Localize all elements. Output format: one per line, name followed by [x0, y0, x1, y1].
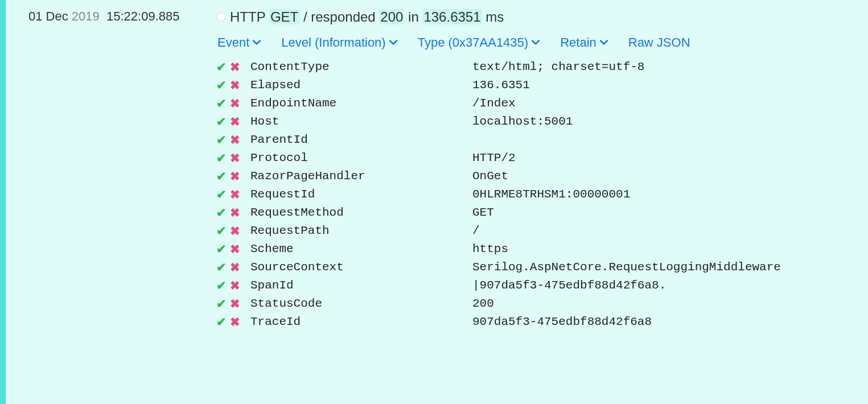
exclude-filter-icon[interactable]: ✖ — [230, 151, 240, 165]
exclude-filter-icon[interactable]: ✖ — [230, 297, 240, 311]
exclude-filter-icon[interactable]: ✖ — [230, 224, 240, 238]
chevron-down-icon — [253, 39, 261, 47]
message-text: HTTP GET / responded 200 in 136.6351 ms — [230, 9, 504, 25]
exclude-filter-icon[interactable]: ✖ — [230, 206, 240, 220]
property-row: ✔✖SourceContextSerilog.AspNetCore.Reques… — [216, 258, 868, 277]
message-elapsed: 136.6351 — [422, 9, 482, 24]
include-filter-icon[interactable]: ✔ — [216, 97, 227, 110]
event-dropdown[interactable]: Event — [217, 35, 261, 50]
property-row: ✔✖TraceId907da5f3-475edbf88d42f6a8 — [216, 313, 868, 331]
property-value: OnGet — [472, 170, 868, 183]
property-name: SpanId — [250, 279, 472, 292]
property-name: RazorPageHandler — [250, 170, 472, 183]
action-row: Event Level (Information) Type (0x37AA14… — [216, 35, 868, 50]
property-filter-marks: ✔✖ — [216, 133, 250, 147]
exclude-filter-icon[interactable]: ✖ — [230, 115, 240, 129]
property-filter-marks: ✔✖ — [216, 206, 250, 220]
retain-dropdown[interactable]: Retain — [560, 35, 608, 50]
property-name: Elapsed — [250, 79, 472, 92]
property-filter-marks: ✔✖ — [216, 242, 250, 256]
timestamp-day: 01 Dec — [28, 9, 68, 23]
property-row: ✔✖ProtocolHTTP/2 — [216, 149, 868, 167]
chevron-down-icon — [532, 39, 540, 47]
include-filter-icon[interactable]: ✔ — [216, 279, 227, 292]
exclude-filter-icon[interactable]: ✖ — [230, 133, 240, 147]
property-filter-marks: ✔✖ — [216, 261, 250, 274]
message-method: GET — [269, 9, 299, 24]
property-value: localhost:5001 — [472, 115, 868, 128]
properties-list: ✔✖ContentTypetext/html; charset=utf-8✔✖E… — [216, 58, 868, 331]
exclude-filter-icon[interactable]: ✖ — [230, 261, 240, 274]
property-name: Scheme — [250, 242, 472, 255]
property-filter-marks: ✔✖ — [216, 188, 250, 201]
exclude-filter-icon[interactable]: ✖ — [230, 279, 240, 292]
include-filter-icon[interactable]: ✔ — [216, 188, 227, 201]
include-filter-icon[interactable]: ✔ — [216, 242, 227, 256]
property-row: ✔✖Schemehttps — [216, 240, 868, 258]
property-name: ContentType — [250, 60, 472, 73]
property-row: ✔✖RequestId0HLRME8TRHSM1:00000001 — [216, 185, 868, 204]
include-filter-icon[interactable]: ✔ — [216, 79, 227, 92]
include-filter-icon[interactable]: ✔ — [216, 170, 227, 183]
property-row: ✔✖ContentTypetext/html; charset=utf-8 — [216, 58, 868, 76]
include-filter-icon[interactable]: ✔ — [216, 115, 227, 129]
property-value: /Index — [472, 97, 868, 110]
include-filter-icon[interactable]: ✔ — [216, 261, 227, 274]
property-row: ✔✖Hostlocalhost:5001 — [216, 113, 868, 131]
property-filter-marks: ✔✖ — [216, 224, 250, 238]
property-row: ✔✖EndpointName/Index — [216, 94, 868, 113]
property-value: Serilog.AspNetCore.RequestLoggingMiddlew… — [472, 261, 868, 274]
property-row: ✔✖Elapsed136.6351 — [216, 76, 868, 94]
property-name: ParentId — [250, 133, 472, 146]
property-row: ✔✖RazorPageHandlerOnGet — [216, 167, 868, 185]
level-indicator-icon — [216, 13, 225, 22]
type-dropdown[interactable]: Type (0x37AA1435) — [418, 35, 540, 50]
exclude-filter-icon[interactable]: ✖ — [230, 242, 240, 256]
property-name: EndpointName — [250, 97, 472, 110]
property-name: RequestMethod — [250, 206, 472, 219]
event-main: HTTP GET / responded 200 in 136.6351 ms … — [216, 9, 868, 331]
property-value: 0HLRME8TRHSM1:00000001 — [472, 188, 868, 201]
property-name: TraceId — [250, 315, 472, 328]
include-filter-icon[interactable]: ✔ — [216, 224, 227, 238]
property-name: StatusCode — [250, 297, 472, 310]
property-name: RequestId — [250, 188, 472, 201]
property-value: 200 — [472, 297, 868, 310]
exclude-filter-icon[interactable]: ✖ — [230, 170, 240, 183]
include-filter-icon[interactable]: ✔ — [216, 297, 227, 311]
include-filter-icon[interactable]: ✔ — [216, 133, 227, 147]
property-value: HTTP/2 — [472, 151, 868, 164]
chevron-down-icon — [600, 39, 608, 47]
property-row: ✔✖RequestMethodGET — [216, 204, 868, 222]
property-filter-marks: ✔✖ — [216, 315, 250, 329]
property-filter-marks: ✔✖ — [216, 170, 250, 183]
property-row: ✔✖SpanId|907da5f3-475edbf88d42f6a8. — [216, 277, 868, 295]
property-filter-marks: ✔✖ — [216, 115, 250, 129]
property-filter-marks: ✔✖ — [216, 97, 250, 110]
property-name: RequestPath — [250, 224, 472, 237]
property-name: Protocol — [250, 151, 472, 164]
include-filter-icon[interactable]: ✔ — [216, 151, 227, 165]
property-value: |907da5f3-475edbf88d42f6a8. — [472, 279, 868, 292]
property-filter-marks: ✔✖ — [216, 297, 250, 311]
level-dropdown[interactable]: Level (Information) — [281, 35, 397, 50]
property-name: Host — [250, 115, 472, 128]
exclude-filter-icon[interactable]: ✖ — [230, 79, 240, 92]
property-value: GET — [472, 206, 868, 219]
log-event-row: 01 Dec 2019 15:22:09.885 HTTP GET / resp… — [0, 0, 868, 331]
exclude-filter-icon[interactable]: ✖ — [230, 315, 240, 329]
exclude-filter-icon[interactable]: ✖ — [230, 97, 240, 110]
timestamp-year: 2019 — [72, 9, 100, 23]
property-value: text/html; charset=utf-8 — [472, 60, 868, 73]
timestamp: 01 Dec 2019 15:22:09.885 — [28, 9, 216, 331]
exclude-filter-icon[interactable]: ✖ — [230, 188, 240, 201]
include-filter-icon[interactable]: ✔ — [216, 206, 227, 220]
property-name: SourceContext — [250, 261, 472, 274]
property-row: ✔✖RequestPath/ — [216, 222, 868, 240]
include-filter-icon[interactable]: ✔ — [216, 315, 227, 329]
raw-json-link[interactable]: Raw JSON — [628, 35, 690, 50]
property-filter-marks: ✔✖ — [216, 279, 250, 292]
exclude-filter-icon[interactable]: ✖ — [230, 60, 240, 74]
property-filter-marks: ✔✖ — [216, 79, 250, 92]
include-filter-icon[interactable]: ✔ — [216, 60, 227, 74]
